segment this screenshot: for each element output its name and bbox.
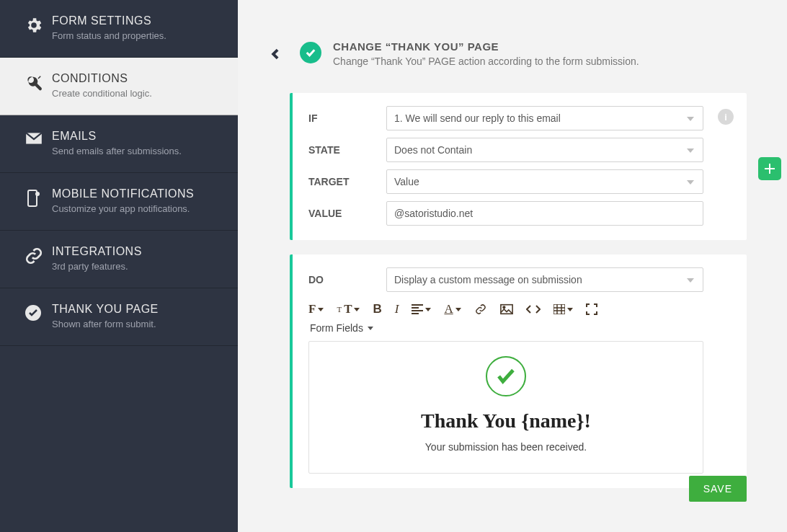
sidebar-item-label: CONDITIONS bbox=[52, 72, 152, 85]
sidebar-item-label: MOBILE NOTIFICATIONS bbox=[52, 187, 194, 200]
sidebar-item-sub: Send emails after submissions. bbox=[52, 146, 182, 156]
if-field-select[interactable]: 1. We will send our reply to this email bbox=[386, 106, 703, 130]
state-select[interactable]: Does not Contain bbox=[386, 138, 703, 162]
link-icon bbox=[25, 245, 52, 265]
table-button[interactable] bbox=[553, 304, 573, 314]
sidebar: FORM SETTINGS Form status and properties… bbox=[0, 0, 238, 532]
bold-button[interactable]: B bbox=[373, 302, 381, 316]
link-button[interactable] bbox=[474, 303, 487, 315]
svg-rect-0 bbox=[28, 190, 37, 206]
editor-toolbar: F TT B I A bbox=[308, 302, 703, 316]
sidebar-item-emails[interactable]: EMAILS Send emails after submissions. bbox=[0, 115, 238, 173]
check-circle-icon bbox=[25, 303, 52, 322]
sidebar-item-mobile-notifications[interactable]: MOBILE NOTIFICATIONS Customize your app … bbox=[0, 173, 238, 231]
action-panel: DO Display a custom message on submissio… bbox=[290, 254, 747, 488]
fullscreen-button[interactable] bbox=[586, 303, 597, 315]
sidebar-item-label: EMAILS bbox=[52, 130, 182, 143]
code-button[interactable] bbox=[526, 304, 541, 314]
sidebar-item-thank-you-page[interactable]: THANK YOU PAGE Shown after form submit. bbox=[0, 288, 238, 346]
sidebar-item-sub: Create conditional logic. bbox=[52, 88, 152, 99]
rich-text-editor[interactable]: Thank You {name}! Your submission has be… bbox=[308, 341, 703, 474]
svg-point-4 bbox=[503, 306, 505, 309]
info-icon[interactable]: i bbox=[718, 109, 734, 125]
header: CHANGE “THANK YOU” PAGE Change “Thank Yo… bbox=[238, 0, 787, 74]
sidebar-item-conditions[interactable]: CONDITIONS Create conditional logic. bbox=[0, 58, 238, 115]
sidebar-item-integrations[interactable]: INTEGRATIONS 3rd party features. bbox=[0, 231, 238, 288]
form-fields-label: Form Fields bbox=[310, 322, 363, 334]
font-family-button[interactable]: F bbox=[308, 302, 324, 316]
envelope-icon bbox=[25, 130, 52, 146]
chevron-down-icon bbox=[368, 327, 373, 330]
gear-icon bbox=[25, 14, 52, 35]
sidebar-item-label: FORM SETTINGS bbox=[52, 14, 166, 27]
condition-panel: i IF 1. We will send our reply to this e… bbox=[290, 93, 747, 240]
italic-button[interactable]: I bbox=[395, 302, 399, 316]
mobile-icon bbox=[25, 187, 52, 208]
value-input[interactable] bbox=[386, 201, 703, 226]
sidebar-item-sub: 3rd party features. bbox=[52, 261, 142, 272]
sidebar-item-sub: Shown after form submit. bbox=[52, 319, 159, 329]
if-label: IF bbox=[308, 112, 386, 124]
do-action-select[interactable]: Display a custom message on submission bbox=[386, 267, 703, 292]
target-label: TARGET bbox=[308, 176, 386, 187]
form-fields-dropdown[interactable]: Form Fields bbox=[310, 322, 703, 334]
success-check-icon bbox=[486, 356, 526, 396]
thankyou-subtext: Your submission has been received. bbox=[319, 441, 693, 453]
do-label: DO bbox=[308, 274, 386, 285]
back-button[interactable] bbox=[267, 44, 283, 64]
state-label: STATE bbox=[308, 144, 386, 156]
sidebar-item-form-settings[interactable]: FORM SETTINGS Form status and properties… bbox=[0, 0, 238, 58]
target-select[interactable]: Value bbox=[386, 169, 703, 194]
page-subtitle: Change “Thank You” PAGE action according… bbox=[333, 56, 639, 67]
tools-icon bbox=[25, 72, 52, 92]
thankyou-heading: Thank You {name}! bbox=[319, 409, 693, 433]
check-badge-icon bbox=[300, 42, 321, 63]
sidebar-item-sub: Form status and properties. bbox=[52, 30, 166, 41]
add-condition-button[interactable] bbox=[758, 157, 781, 180]
image-button[interactable] bbox=[500, 303, 513, 315]
font-color-button[interactable]: A bbox=[444, 302, 461, 316]
svg-rect-5 bbox=[553, 304, 565, 314]
sidebar-item-label: THANK YOU PAGE bbox=[52, 303, 159, 316]
align-button[interactable] bbox=[412, 304, 431, 314]
sidebar-item-sub: Customize your app notifications. bbox=[52, 203, 194, 214]
save-button[interactable]: SAVE bbox=[689, 476, 747, 502]
sidebar-item-label: INTEGRATIONS bbox=[52, 245, 142, 258]
value-label: VALUE bbox=[308, 208, 386, 219]
main-area: CHANGE “THANK YOU” PAGE Change “Thank Yo… bbox=[238, 0, 787, 532]
svg-point-1 bbox=[35, 192, 40, 196]
page-title: CHANGE “THANK YOU” PAGE bbox=[333, 40, 639, 53]
font-size-button[interactable]: TT bbox=[337, 302, 360, 316]
